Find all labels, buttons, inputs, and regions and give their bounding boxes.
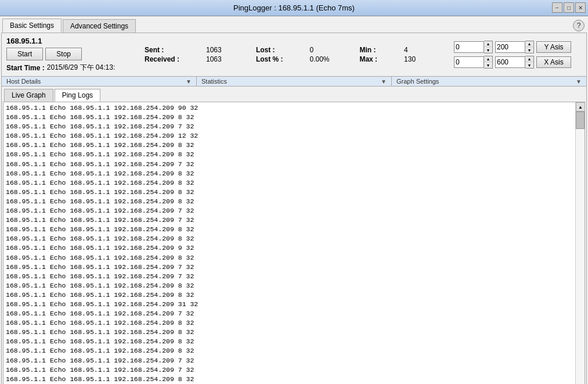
y-axis-spinbox-2: ▲ ▼ [495, 41, 534, 53]
section-headers-row: Host Details ▼ Statistics ▼ Graph Settin… [2, 76, 586, 87]
x-axis-arrows-1: ▲ ▼ [484, 56, 493, 69]
y-axis-button[interactable]: Y Asis [536, 41, 571, 53]
received-label: Received : [145, 55, 201, 63]
x-axis-spinbox-2: ▲ ▼ [495, 56, 534, 69]
minimize-button[interactable]: − [552, 2, 562, 13]
statistics-collapse-icon[interactable]: ▼ [381, 78, 387, 85]
y-axis-input-2[interactable] [495, 41, 525, 53]
y-axis-down-1[interactable]: ▼ [484, 47, 492, 53]
scrollbar: ▲ ▼ [575, 102, 585, 384]
received-value: 1063 [206, 55, 251, 63]
top-panel: 168.95.1.1 Start Stop Start Time : 2015/… [2, 33, 586, 76]
log-panel: 168.95.1.1 Echo 168.95.1.1 192.168.254.2… [3, 102, 585, 384]
graph-settings-header: Graph Settings ▼ [392, 77, 586, 86]
host-details-collapse-icon[interactable]: ▼ [186, 78, 192, 85]
y-axis-spinbox-1: ▲ ▼ [454, 41, 493, 53]
basic-settings-content: 168.95.1.1 Start Stop Start Time : 2015/… [1, 33, 587, 384]
x-axis-input-2[interactable] [495, 56, 525, 68]
x-axis-up-2[interactable]: ▲ [525, 56, 533, 62]
y-axis-arrows-2: ▲ ▼ [525, 41, 534, 53]
graph-settings-section: ▲ ▼ ▲ ▼ Y Asis [454, 41, 582, 69]
host-section: 168.95.1.1 Start Stop Start Time : 2015/… [6, 37, 140, 73]
content-tab-ping-logs[interactable]: Ping Logs [55, 89, 100, 102]
host-ip: 168.95.1.1 [6, 37, 140, 45]
main-container: Basic Settings Advanced Settings ? 168.9… [0, 16, 588, 384]
start-time-row: Start Time : 2015/6/29 下午 04:13: [6, 63, 140, 73]
lost-value: 0 [310, 46, 355, 54]
y-axis-arrows-1: ▲ ▼ [484, 41, 493, 53]
tab-basic-settings[interactable]: Basic Settings [2, 19, 62, 33]
control-buttons: Start Stop [6, 48, 140, 60]
stats-section: Sent : 1063 Lost : 0 Min : 4 Received : … [145, 46, 449, 63]
statistics-header: Statistics ▼ [197, 77, 391, 86]
x-axis-down-2[interactable]: ▼ [525, 62, 533, 68]
start-time-label: Start Time : [6, 64, 45, 72]
main-tabs-header: Basic Settings Advanced Settings ? [0, 16, 588, 33]
scroll-up-button[interactable]: ▲ [576, 102, 585, 112]
graph-settings-label: Graph Settings [396, 78, 439, 85]
x-axis-row: ▲ ▼ ▲ ▼ X Asis [454, 56, 582, 69]
log-output[interactable]: 168.95.1.1 Echo 168.95.1.1 192.168.254.2… [3, 102, 575, 384]
host-details-header: Host Details ▼ [2, 77, 196, 86]
max-value: 130 [404, 55, 449, 63]
lost-label: Lost : [256, 46, 305, 54]
content-tabs-header: Live Graph Ping Logs [2, 87, 586, 102]
scroll-thumb[interactable] [576, 112, 585, 129]
x-axis-button[interactable]: X Asis [536, 56, 571, 68]
lost-pct-label: Lost % : [256, 55, 305, 63]
y-axis-up-2[interactable]: ▲ [525, 41, 533, 47]
sent-label: Sent : [145, 46, 201, 54]
x-axis-spinbox-1: ▲ ▼ [454, 56, 493, 69]
sent-value: 1063 [206, 46, 251, 54]
x-axis-input-1[interactable] [454, 56, 484, 68]
graph-settings-collapse-icon[interactable]: ▼ [576, 78, 582, 85]
y-axis-row: ▲ ▼ ▲ ▼ Y Asis [454, 41, 582, 53]
min-label: Min : [359, 46, 399, 54]
y-axis-up-1[interactable]: ▲ [484, 41, 492, 47]
y-axis-down-2[interactable]: ▼ [525, 47, 533, 53]
window-title: PingLogger : 168.95.1.1 (Echo 7ms) [233, 3, 355, 12]
start-button[interactable]: Start [6, 48, 43, 60]
stop-button[interactable]: Stop [45, 48, 82, 60]
max-label: Max : [359, 55, 399, 63]
start-time-value: 2015/6/29 下午 04:13: [47, 63, 115, 73]
help-button[interactable]: ? [573, 20, 585, 31]
min-value: 4 [404, 46, 449, 54]
x-axis-down-1[interactable]: ▼ [484, 62, 492, 68]
host-details-label: Host Details [6, 78, 41, 85]
content-tab-live-graph[interactable]: Live Graph [4, 89, 53, 102]
lost-pct-value: 0.00% [310, 55, 355, 63]
window-controls: − □ ✕ [552, 2, 586, 13]
x-axis-arrows-2: ▲ ▼ [525, 56, 534, 69]
statistics-label: Statistics [201, 78, 227, 85]
title-bar: PingLogger : 168.95.1.1 (Echo 7ms) − □ ✕ [0, 0, 588, 16]
y-axis-input-1[interactable] [454, 41, 484, 53]
tab-advanced-settings[interactable]: Advanced Settings [63, 19, 136, 33]
x-axis-up-1[interactable]: ▲ [484, 56, 492, 62]
scroll-track[interactable] [576, 112, 585, 384]
close-button[interactable]: ✕ [575, 2, 586, 13]
maximize-button[interactable]: □ [564, 2, 574, 13]
